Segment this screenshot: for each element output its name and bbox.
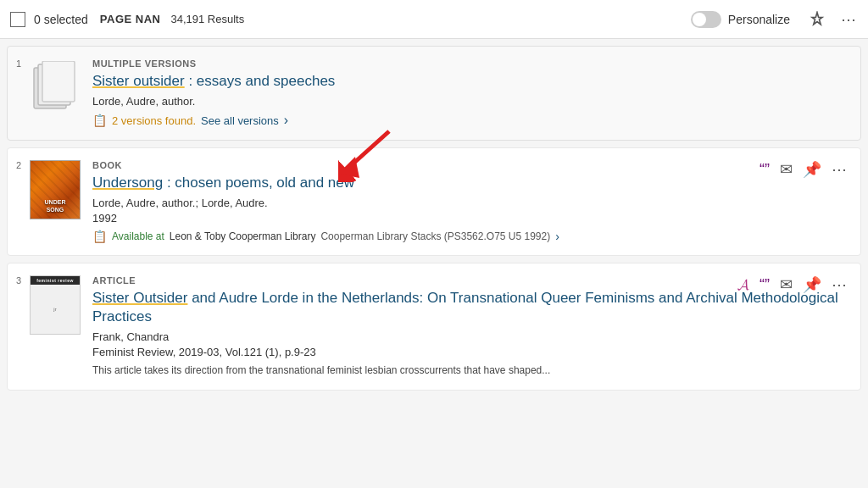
availability-icon-2: 📋 [92,230,107,243]
item-title-1[interactable]: Sister outsider : essays and speeches [92,72,847,91]
item-thumbnail-2: UNDERSONG [30,160,81,219]
availability-prefix-2: Available at [112,230,164,242]
page-info: PAGE NAN [100,13,161,25]
results-count: 34,191 Results [170,13,244,25]
item-title-highlight-1: Sister outsider [92,73,185,89]
item-abstract-3: This article takes its direction from th… [92,363,847,378]
result-item-1: 1 MULTIPLE VERSIONS Sister outsider : es… [7,46,861,141]
personalize-toggle[interactable]: Personalize [691,11,790,28]
availability-location-2[interactable]: Leon & Toby Cooperman Library [170,230,316,242]
pin-icon-3[interactable]: 📌 [803,275,821,294]
result-item-2: 2 UNDERSONG BOOK Undersong : chosen poem… [7,147,861,256]
availability-call-2: Cooperman Library Stacks (PS3562.O75 U5 … [320,230,550,242]
item-title-rest-2: : chosen poems, old and new [163,175,354,191]
item-type-2: BOOK [92,160,847,170]
item-title-2[interactable]: Undersong : chosen poems, old and new [92,174,847,192]
results-list: 1 MULTIPLE VERSIONS Sister outsider : es… [0,46,868,391]
item-number-2: 2 [13,160,25,170]
select-all-checkbox[interactable] [10,12,25,27]
item-author-3: Frank, Chandra [92,330,847,343]
item-title-highlight-2: Undersong [92,175,163,191]
journal-banner-3: feminist review [31,276,80,285]
personalize-switch[interactable] [691,11,721,28]
item-content-2: BOOK Undersong : chosen poems, old and n… [92,160,847,243]
pin-icon-top[interactable] [809,11,826,28]
item-number-3: 3 [13,275,25,286]
cite-icon-2[interactable]: “” [760,161,770,179]
item-author-2: Lorde, Audre, author.; Lorde, Audre. [92,197,847,209]
item-type-3: ARTICLE [92,275,847,286]
email-icon-2[interactable]: ✉ [780,160,793,179]
item-thumbnail-1 [30,58,81,118]
email-icon-3[interactable]: ✉ [780,275,793,294]
item-content-1: MULTIPLE VERSIONS Sister outsider : essa… [92,58,847,128]
item-actions-3: 𝓐 “” ✉ 📌 ⋯ [737,275,849,294]
item-number-1: 1 [13,58,25,69]
item-author-1: Lorde, Audre, author. [92,95,847,108]
versions-line-1: 📋 2 versions found. See all versions › [92,113,847,128]
item-title-highlight-3: Sister Outsider [92,290,187,306]
versions-arrow-1: › [284,113,288,128]
personalize-label: Personalize [728,13,790,26]
more-icon-3[interactable]: ⋯ [832,275,849,294]
item-content-3: ARTICLE Sister Outsider and Audre Lorde … [92,275,847,378]
pin-icon-2[interactable]: 📌 [803,160,821,179]
result-item-3: 3 feminist review jr ARTICLE Sister Outs… [7,263,861,391]
item-thumbnail-3: feminist review jr [30,275,81,335]
journal-content-3: jr [31,285,80,334]
availability-arrow-2[interactable]: › [555,230,559,243]
fork-icon-3[interactable]: 𝓐 [737,276,749,294]
availability-line-2: 📋 Available at Leon & Toby Cooperman Lib… [92,230,847,243]
versions-link-1[interactable]: See all versions [201,114,279,127]
item-title-rest-3: and Audre Lorde in the Netherlands: On T… [92,290,838,324]
item-title-3[interactable]: Sister Outsider and Audre Lorde in the N… [92,289,847,326]
versions-text-1: 2 versions found. [112,114,196,127]
svg-rect-2 [42,61,75,102]
item-actions-2: “” ✉ 📌 ⋯ [760,160,849,179]
item-source-3: Feminist Review, 2019-03, Vol.121 (1), p… [92,346,847,358]
selected-count: 0 selected [34,13,88,26]
item-type-1: MULTIPLE VERSIONS [92,58,847,69]
top-bar: 0 selected PAGE NAN 34,191 Results Perso… [0,0,868,39]
more-options-top[interactable]: ⋯ [841,10,858,29]
cite-icon-3[interactable]: “” [760,276,770,294]
more-icon-2[interactable]: ⋯ [832,160,849,179]
book-cover-text-2: UNDERSONG [31,199,80,214]
item-title-rest-1: : essays and speeches [185,73,336,89]
item-year-2: 1992 [92,212,847,225]
versions-icon-1: 📋 [92,114,107,127]
